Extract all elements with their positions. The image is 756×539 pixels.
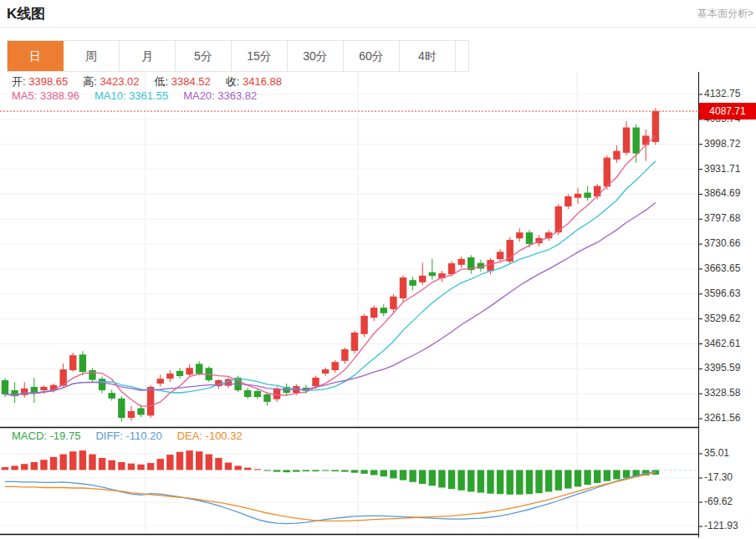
- kline-chart-page: K线图 基本面分析> 日周月5分15分30分60分4时 开: 3398.65高:…: [0, 0, 756, 539]
- ohlc-open: 开: 3398.65: [12, 74, 68, 89]
- ma-ma5: MA5: 3388.96: [12, 89, 79, 102]
- macd-axis-tick-label: 35.01: [704, 447, 729, 459]
- macd-readout: MACD: -19.75DIFF: -110.20DEA: -100.32: [12, 430, 243, 442]
- price-axis-tick-label: 3529.62: [704, 313, 740, 324]
- price-axis-tick-label: 3931.71: [704, 163, 740, 175]
- current-price-tag: 4087.71: [699, 103, 756, 119]
- price-axis-tick-label: 3462.61: [704, 338, 740, 349]
- ohlc-high: 高: 3423.02: [83, 74, 139, 89]
- macd-axis-tick-label: -17.30: [704, 471, 733, 483]
- price-axis-tick-label: 3730.66: [704, 237, 740, 249]
- macd-macd: MACD: -19.75: [12, 430, 80, 442]
- price-axis-tick-label: 3864.69: [704, 187, 740, 199]
- price-axis-tick-label: 4132.75: [704, 88, 740, 99]
- ma-ma20: MA20: 3363.82: [183, 89, 257, 102]
- price-axis-tick-label: 3663.65: [704, 262, 740, 274]
- price-axis-tick-label: 3596.63: [704, 287, 740, 299]
- ohlc-close: 收: 3416.88: [226, 74, 282, 89]
- ohlc-readout: 开: 3398.65高: 3423.02低: 3384.52收: 3416.88: [12, 74, 282, 89]
- price-axis-tick-label: 3395.59: [704, 362, 740, 374]
- macd-diff: DIFF: -110.20: [95, 430, 161, 442]
- macd-axis-tick-label: -121.93: [704, 520, 738, 531]
- price-axis-tick-label: 3261.56: [704, 412, 740, 424]
- ohlc-low: 低: 3384.52: [154, 74, 210, 89]
- ma-readout: MA5: 3388.96MA10: 3361.55MA20: 3363.82: [12, 89, 257, 102]
- macd-dea: DEA: -100.32: [177, 430, 243, 442]
- price-axis-tick-label: 3797.68: [704, 212, 740, 224]
- price-axis-tick-label: 3328.58: [704, 387, 740, 399]
- price-axis-tick-label: 3998.72: [704, 138, 740, 150]
- ma-ma10: MA10: 3361.55: [94, 89, 168, 102]
- macd-axis-tick-label: -69.62: [704, 496, 733, 507]
